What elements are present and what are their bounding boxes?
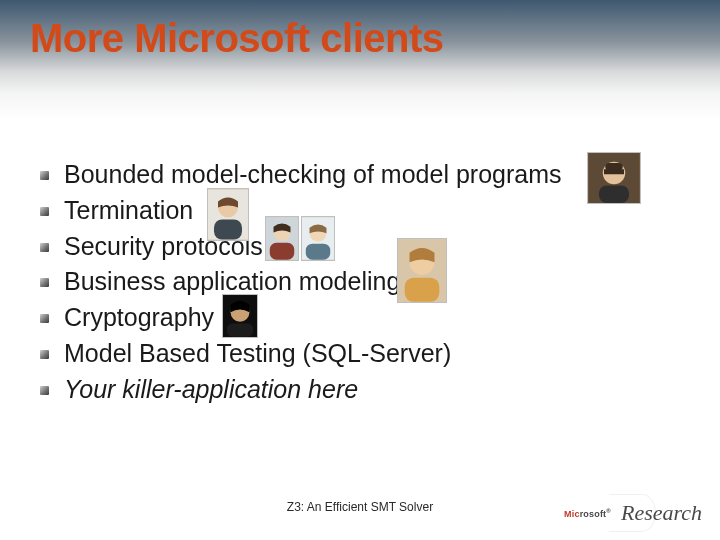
logo-unit: Research (615, 500, 702, 526)
list-item: Your killer-application here (38, 373, 680, 407)
person-thumb-4 (301, 216, 335, 261)
svg-rect-2 (599, 186, 629, 204)
person-thumb-1 (587, 152, 641, 204)
list-item: Bounded model-checking of model programs (38, 158, 680, 192)
list-item: Cryptography (38, 301, 680, 335)
list-item-text: Model Based Testing (SQL-Server) (64, 339, 451, 367)
list-item-text: Your killer-application here (64, 375, 358, 403)
bullet-list: Bounded model-checking of model programs… (38, 158, 680, 406)
list-item: Business application modeling (38, 265, 680, 299)
list-item: Termination (38, 194, 680, 228)
list-item-text: Termination (64, 196, 193, 224)
slide-title: More Microsoft clients (30, 18, 444, 58)
list-item-text: Bounded model-checking of model programs (64, 160, 562, 188)
person-thumb-5 (397, 238, 447, 303)
svg-rect-16 (405, 278, 440, 302)
content-area: Bounded model-checking of model programs… (38, 158, 680, 408)
list-item-text: Business application modeling (64, 267, 400, 295)
person-thumb-2 (207, 188, 249, 241)
logo-brand: Microsoft® (564, 508, 611, 519)
slide: More Microsoft clients Bounded model-che… (0, 0, 720, 540)
list-item: Model Based Testing (SQL-Server) (38, 337, 680, 371)
list-item-text: Cryptography (64, 303, 214, 331)
list-item: Security protocols (38, 230, 680, 264)
svg-rect-10 (270, 243, 294, 260)
ms-research-logo: Microsoft® Research (564, 500, 702, 526)
svg-rect-7 (214, 220, 242, 240)
person-thumb-3 (265, 216, 299, 261)
person-thumb-6 (222, 294, 258, 338)
svg-rect-19 (227, 324, 253, 337)
title-band: More Microsoft clients (0, 0, 720, 120)
svg-rect-13 (306, 244, 330, 260)
svg-rect-4 (605, 163, 623, 171)
